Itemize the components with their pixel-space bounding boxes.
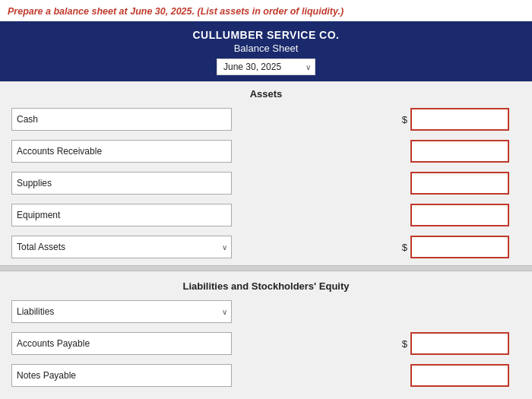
accounts-payable-value-input[interactable]	[410, 332, 509, 355]
cash-row: $	[0, 104, 532, 135]
accounts-payable-label-input[interactable]	[11, 332, 232, 355]
accounts-payable-row: $	[0, 328, 532, 359]
liabilities-section-label: Liabilities and Stockholders' Equity	[0, 274, 532, 296]
cash-label-input[interactable]	[11, 108, 232, 131]
total-assets-select[interactable]: Total Assets	[11, 236, 232, 258]
accounts-receivable-value-input[interactable]	[410, 140, 509, 163]
sheet-title: Balance Sheet	[8, 43, 524, 54]
section-divider	[0, 265, 532, 271]
cash-value-input[interactable]	[410, 108, 509, 131]
date-row: June 30, 2025	[8, 54, 524, 81]
dollar-sign-total: $	[402, 242, 407, 253]
date-select[interactable]: June 30, 2025	[217, 59, 315, 75]
accounts-receivable-row	[0, 136, 532, 166]
total-assets-row: Total Assets $	[0, 232, 532, 262]
main-content: Assets $ Total Assets $ Lia	[0, 81, 532, 399]
notes-payable-value-input[interactable]	[410, 364, 509, 387]
notes-payable-label-input[interactable]	[11, 364, 232, 387]
company-name: CULLUMBER SERVICE CO.	[8, 29, 524, 41]
equipment-label-input[interactable]	[11, 204, 232, 226]
equipment-row	[0, 200, 532, 230]
liabilities-header-select[interactable]: Liabilities	[11, 300, 232, 323]
notes-payable-row	[0, 360, 532, 391]
liabilities-header-row: Liabilities	[0, 296, 532, 327]
assets-section-label: Assets	[0, 81, 532, 104]
dollar-sign-liab: $	[402, 338, 407, 350]
supplies-value-input[interactable]	[410, 172, 509, 195]
supplies-label-input[interactable]	[11, 172, 232, 195]
accounts-receivable-label-input[interactable]	[11, 140, 232, 163]
date-select-wrapper[interactable]: June 30, 2025	[217, 59, 315, 75]
header-box: CULLUMBER SERVICE CO. Balance Sheet June…	[0, 21, 532, 81]
dollar-sign-top: $	[402, 114, 407, 125]
instruction-highlight: (List assets in order of liquidity.)	[197, 6, 344, 17]
instruction-text: Prepare a balance sheet at June 30, 2025…	[8, 6, 195, 17]
total-assets-value-input[interactable]	[410, 236, 509, 258]
equipment-value-input[interactable]	[410, 204, 509, 226]
liabilities-label-wrapper[interactable]: Liabilities	[11, 300, 232, 323]
instruction-bar: Prepare a balance sheet at June 30, 2025…	[0, 0, 532, 21]
supplies-row	[0, 168, 532, 198]
total-label-wrapper[interactable]: Total Assets	[11, 236, 232, 258]
